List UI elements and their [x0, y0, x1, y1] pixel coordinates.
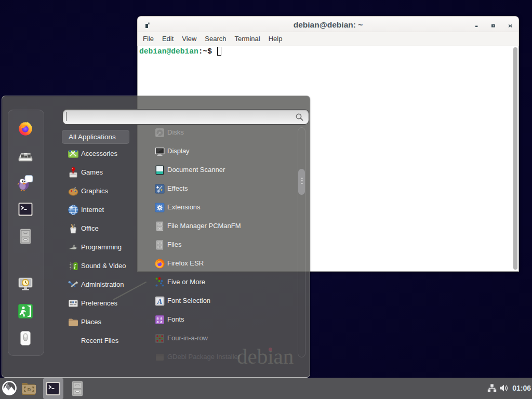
svg-text:A: A: [157, 298, 162, 305]
svg-text:a: a: [157, 320, 159, 324]
svg-text:D: D: [28, 387, 31, 392]
svg-text:a: a: [161, 320, 163, 324]
